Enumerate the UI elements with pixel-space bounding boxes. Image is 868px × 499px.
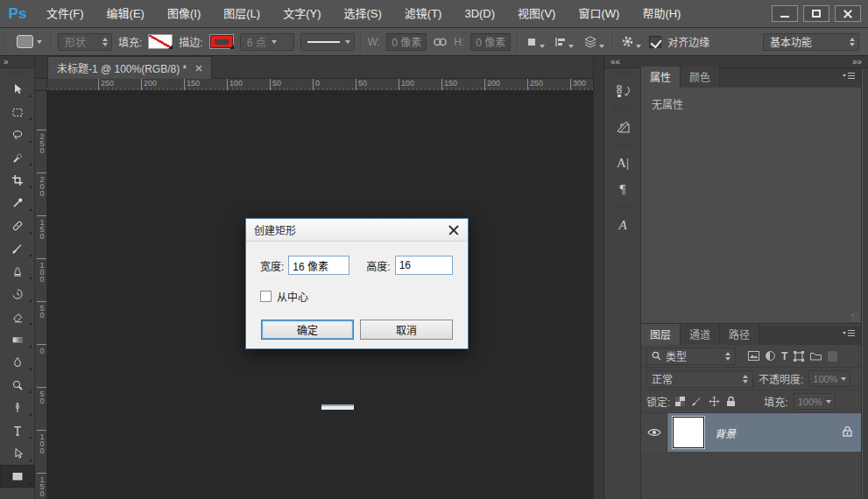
notes-panel-button[interactable]: [604, 114, 641, 140]
menu-item[interactable]: 滤镜(T): [393, 0, 454, 27]
menu-item[interactable]: 窗口(W): [567, 0, 631, 27]
pen-tool[interactable]: [0, 397, 35, 419]
ruler-label: 50: [37, 387, 46, 430]
canvas-scrollbar-gutter[interactable]: [593, 56, 604, 499]
lock-position-icon[interactable]: [709, 396, 720, 407]
ruler-corner[interactable]: [35, 79, 47, 91]
minimize-button[interactable]: [772, 5, 798, 22]
maximize-button[interactable]: [803, 5, 829, 22]
stroke-width-select[interactable]: 6 点: [240, 33, 294, 51]
menu-item[interactable]: 文字(Y): [272, 0, 332, 27]
filter-shape-layers-icon[interactable]: [794, 351, 804, 362]
eyedropper-tool[interactable]: [0, 192, 35, 214]
filter-smart-objects-icon[interactable]: [810, 351, 822, 361]
tools-collapse-button[interactable]: »: [0, 56, 34, 68]
rectangle-tool[interactable]: [0, 465, 35, 488]
history-panel-button[interactable]: [604, 78, 641, 104]
crop-tool[interactable]: [0, 169, 35, 192]
lock-image-icon[interactable]: [691, 396, 702, 407]
path-selection-tool[interactable]: [0, 442, 35, 465]
tools-grip[interactable]: [7, 71, 27, 75]
menu-item[interactable]: 3D(D): [453, 0, 506, 27]
menu-item[interactable]: 视图(V): [506, 0, 567, 27]
fill-swatch[interactable]: [148, 34, 173, 49]
lock-all-icon[interactable]: [726, 396, 736, 407]
document-canvas-edge[interactable]: [321, 404, 354, 410]
lasso-tool[interactable]: [0, 123, 35, 146]
updown-icon: [725, 352, 730, 361]
filter-toggle-icon[interactable]: [828, 351, 837, 362]
character-styles-panel-button[interactable]: A: [604, 212, 641, 238]
history-brush-tool[interactable]: [0, 283, 35, 306]
geometry-options-button[interactable]: [619, 32, 643, 51]
menu-item[interactable]: 文件(F): [35, 0, 95, 27]
lock-transparency-icon[interactable]: [675, 397, 685, 406]
rectangular-marquee-tool[interactable]: [0, 101, 35, 123]
workspace-select[interactable]: 基本功能: [763, 33, 859, 51]
quick-selection-tool[interactable]: [0, 146, 35, 169]
rect-width-input[interactable]: [288, 256, 349, 275]
shape-height-field[interactable]: 0 像素: [470, 33, 511, 51]
layer-row-background[interactable]: 背景: [641, 413, 861, 452]
collapsed-panel-strip: A| ¶ A: [604, 68, 641, 499]
panel-resize-grip[interactable]: [851, 313, 859, 321]
tab-paths[interactable]: 路径: [720, 324, 759, 345]
brush-tool[interactable]: [0, 237, 35, 260]
clone-stamp-tool[interactable]: [0, 260, 35, 283]
healing-brush-tool[interactable]: [0, 214, 35, 237]
close-button[interactable]: [835, 5, 861, 22]
cancel-button[interactable]: 取消: [360, 320, 453, 340]
dock-resize-gutter[interactable]: [861, 68, 868, 499]
filter-kind-select[interactable]: 类型: [646, 348, 736, 365]
stroke-type-select[interactable]: [300, 33, 355, 51]
path-operations-button[interactable]: [524, 33, 547, 51]
tab-channels[interactable]: 通道: [681, 324, 720, 345]
shape-height-value: 0 像素: [476, 34, 505, 49]
fill-opacity-field[interactable]: 100%: [794, 393, 836, 410]
tab-layers[interactable]: 图层: [641, 324, 681, 345]
ok-button[interactable]: 确定: [261, 320, 354, 340]
from-center-checkbox[interactable]: [260, 291, 272, 302]
path-alignment-button[interactable]: [553, 33, 575, 51]
dialog-title-bar[interactable]: 创建矩形: [246, 219, 468, 242]
tool-preset-picker[interactable]: [14, 33, 45, 50]
ruler-label: 200: [37, 172, 46, 215]
options-grip[interactable]: [2, 32, 8, 52]
layer-thumbnail[interactable]: [673, 417, 704, 448]
collapse-panels-icon[interactable]: »»: [852, 56, 862, 67]
menu-item[interactable]: 编辑(E): [95, 0, 156, 27]
menu-item[interactable]: 选择(S): [332, 0, 392, 27]
stroke-swatch[interactable]: [209, 34, 234, 49]
blur-tool[interactable]: [0, 351, 35, 374]
layer-visibility-toggle[interactable]: [641, 413, 667, 452]
document-tab-close-icon[interactable]: [195, 65, 202, 72]
tab-color[interactable]: 颜色: [681, 67, 720, 88]
gradient-tool[interactable]: [0, 328, 35, 351]
shape-width-field[interactable]: 0 像素: [386, 33, 427, 51]
expand-panels-icon[interactable]: ««: [610, 56, 620, 67]
filter-type-layers-icon[interactable]: T: [781, 350, 787, 362]
document-tab[interactable]: 未标题-1 @ 100%(RGB/8) *: [47, 56, 212, 79]
paragraph-panel-button[interactable]: ¶: [604, 176, 641, 202]
rect-height-input[interactable]: [395, 256, 453, 275]
menu-item[interactable]: 图像(I): [156, 0, 212, 27]
character-panel-button[interactable]: A|: [604, 150, 641, 176]
eraser-tool[interactable]: [0, 306, 35, 328]
tab-properties[interactable]: 属性: [641, 67, 681, 88]
opacity-field[interactable]: 100%: [808, 370, 850, 387]
menu-item[interactable]: 帮助(H): [631, 0, 692, 27]
filter-adjustment-layers-icon[interactable]: [766, 351, 775, 361]
panel-menu-icon[interactable]: [842, 71, 856, 83]
move-tool[interactable]: [0, 78, 35, 101]
panel-menu-icon[interactable]: [842, 328, 856, 341]
blend-mode-select[interactable]: 正常: [646, 370, 753, 388]
dodge-tool[interactable]: [0, 374, 35, 397]
type-tool[interactable]: [0, 419, 35, 442]
tool-mode-select[interactable]: 形状: [58, 33, 112, 51]
link-dimensions-icon[interactable]: [433, 38, 448, 46]
align-edges-checkbox[interactable]: [649, 36, 661, 48]
path-arrangement-button[interactable]: [582, 33, 606, 51]
filter-pixel-layers-icon[interactable]: [748, 351, 759, 361]
menu-item[interactable]: 图层(L): [212, 0, 272, 27]
dialog-close-icon[interactable]: [448, 224, 460, 236]
